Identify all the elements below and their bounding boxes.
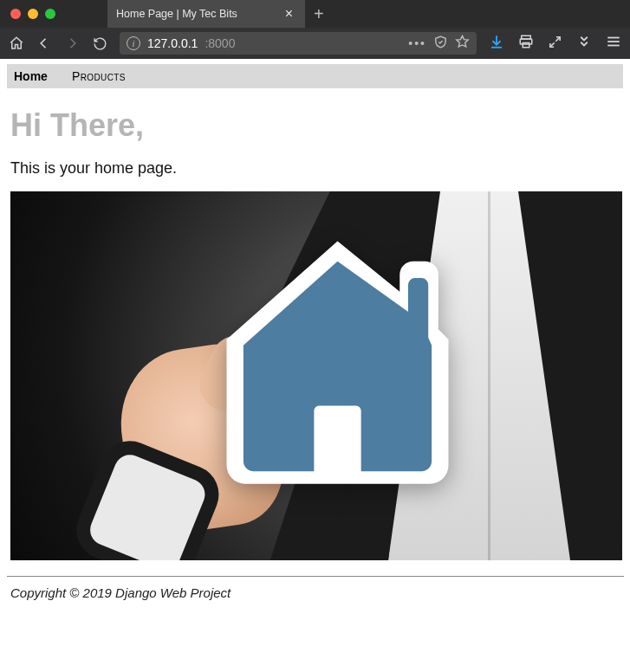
page-viewport: Home Products Hi There, This is your hom… <box>0 59 630 611</box>
reader-shield-icon[interactable] <box>433 35 448 52</box>
reload-button[interactable] <box>92 36 107 51</box>
minimize-window-button[interactable] <box>28 9 38 19</box>
house-icon <box>192 226 483 503</box>
site-nav: Home Products <box>7 64 623 88</box>
browser-chrome: Home Page | My Tec Bits × + i 127.0.0.1:… <box>0 0 630 59</box>
tab-bar: Home Page | My Tec Bits × + <box>0 0 630 28</box>
page-actions-icon[interactable]: ••• <box>408 36 426 50</box>
maximize-window-button[interactable] <box>45 9 55 19</box>
nav-toolbar: i 127.0.0.1:8000 ••• <box>0 28 630 59</box>
menu-icon[interactable] <box>606 34 621 53</box>
new-tab-button[interactable]: + <box>305 4 333 24</box>
bookmark-star-icon[interactable] <box>455 35 470 52</box>
footer-text: Copyright © 2019 Django Web Project <box>7 584 623 607</box>
back-button[interactable] <box>36 36 52 51</box>
nav-home[interactable]: Home <box>14 69 48 83</box>
window-controls <box>10 9 55 19</box>
print-icon[interactable] <box>518 34 534 53</box>
hero-image <box>10 191 622 560</box>
close-tab-button[interactable]: × <box>282 7 296 21</box>
fullscreen-icon[interactable] <box>548 35 562 53</box>
page-content: Hi There, This is your home page. <box>7 107 623 560</box>
overflow-icon[interactable] <box>576 34 592 53</box>
forward-button[interactable] <box>64 36 80 51</box>
page-heading: Hi There, <box>10 107 621 144</box>
address-bar[interactable]: i 127.0.0.1:8000 ••• <box>120 32 477 55</box>
nav-products[interactable]: Products <box>72 69 126 83</box>
footer-divider <box>7 576 624 577</box>
downloads-icon[interactable] <box>489 34 504 53</box>
toolbar-right <box>489 34 621 53</box>
close-window-button[interactable] <box>10 9 21 19</box>
url-host: 127.0.0.1 <box>147 36 198 50</box>
page-subtext: This is your home page. <box>10 159 621 178</box>
tab-title: Home Page | My Tec Bits <box>116 8 282 20</box>
browser-tab[interactable]: Home Page | My Tec Bits × <box>107 0 305 28</box>
site-info-icon[interactable]: i <box>127 36 140 50</box>
url-port: :8000 <box>205 36 235 50</box>
home-icon[interactable] <box>9 36 24 51</box>
